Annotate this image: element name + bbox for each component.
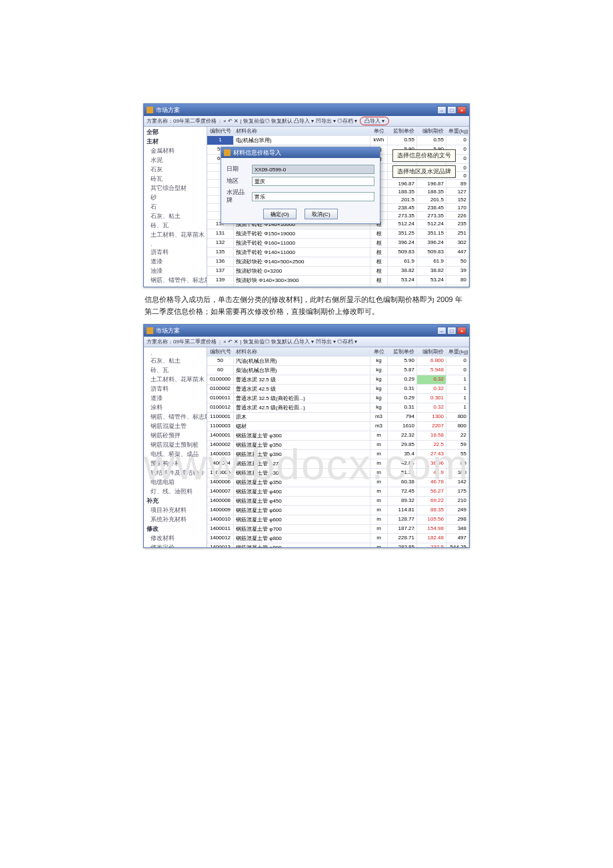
sidebar-item[interactable]: 砖瓦 xyxy=(144,175,207,184)
sidebar-item[interactable]: 道漆 xyxy=(144,394,207,403)
cell-price2[interactable]: 201.5 xyxy=(417,196,446,203)
sidebar-item[interactable]: 沥青料 xyxy=(144,248,207,257)
sidebar-item[interactable]: 石灰 xyxy=(144,165,207,175)
sidebar-item[interactable]: 水泥 xyxy=(144,156,207,165)
sidebar-item[interactable]: 电缆电箱 xyxy=(144,478,207,487)
sidebar-item[interactable]: 砖、瓦 xyxy=(144,221,207,231)
cancel-button[interactable]: 取消(C) xyxy=(305,209,338,219)
col-name[interactable]: 材料名称 xyxy=(234,127,370,135)
table-row[interactable]: 1400006 钢筋混凝土管 φ350m60.3846.78142 xyxy=(207,478,469,487)
table-row[interactable]: 135 预浇干砖砼 Φ140×11000根509.83509.83447 xyxy=(207,248,469,257)
sidebar-item[interactable]: 钢筋砼预拌 xyxy=(144,431,207,441)
close-button[interactable]: × xyxy=(457,106,466,114)
sidebar-item[interactable]: 补充 xyxy=(144,497,207,506)
table-row[interactable]: 0100011 普通水泥 32.5 级(商砼砼面...)kg0.290.3011 xyxy=(207,394,469,403)
sidebar-item[interactable]: 钢筋混凝土管 xyxy=(144,422,207,431)
cell-price2[interactable]: 18.58 xyxy=(417,431,446,440)
cell-price2[interactable]: 509.83 xyxy=(417,248,446,257)
sidebar-item[interactable]: 石灰、粘土 xyxy=(144,357,207,366)
sidebar-item[interactable]: 修改材料 xyxy=(144,534,207,543)
category-sidebar[interactable]: .石灰、粘土砖、瓦土工材料、花草苗木沥青料道漆涂料钢筋、锚管件、标志牌钢筋混凝土… xyxy=(144,347,207,547)
sidebar-item[interactable]: 预制构件构 xyxy=(144,459,207,469)
col-code[interactable]: 编制代号 xyxy=(207,347,234,356)
sidebar-item[interactable]: 钢结构件及预结构件 xyxy=(144,469,207,478)
cell-price2[interactable]: 238.45 xyxy=(417,204,446,211)
col-weight[interactable]: 单重(kg) xyxy=(446,127,469,135)
table-row[interactable]: 137 预浇砂块砼 0×3200根38.8238.8239 xyxy=(207,267,469,276)
cell-price2[interactable]: 46.78 xyxy=(417,478,446,487)
col-price2[interactable]: 编制期价 xyxy=(417,347,446,356)
sidebar-item[interactable]: 金属材料 xyxy=(144,147,207,156)
sidebar-item[interactable]: 其它综合型材 xyxy=(144,184,207,193)
col-price2[interactable]: 编制期价 xyxy=(417,127,446,135)
table-row[interactable]: 1400004 钢筋混凝土管 φ270m42.8436.9685 xyxy=(207,459,469,469)
col-price1[interactable]: 监制单价 xyxy=(388,347,417,356)
cell-price2[interactable]: 154.98 xyxy=(417,525,446,533)
table-row[interactable]: 1400001 钢筋混凝土管 φ300m22.3218.5822 xyxy=(207,431,469,441)
dialog-titlebar[interactable]: 材料信息价格导入 xyxy=(221,147,380,158)
cell-price2[interactable]: 88.35 xyxy=(417,506,446,515)
table-row[interactable]: 139 预浇砂块 Φ140×300×3900根53.2453.2480 xyxy=(207,276,469,285)
cell-price2[interactable]: 182.48 xyxy=(417,534,446,543)
sidebar-item[interactable]: 项目补充材料 xyxy=(144,506,207,515)
cell-price2[interactable]: 6.800 xyxy=(417,357,446,365)
col-unit[interactable]: 单位 xyxy=(370,127,388,135)
toolbar-buttons[interactable]: × ↶ ✕ | 恢复前值◎ 恢复默认 凸导入 ▾ 凹导出 ▾ ◎存档 ▾ xyxy=(223,117,357,125)
sidebar-item[interactable]: 钢筋、锚管件、标志牌 xyxy=(144,413,207,422)
cell-price2[interactable]: 196.87 xyxy=(417,180,446,187)
cell-price2[interactable]: 41.9 xyxy=(417,469,446,477)
cell-price2[interactable]: 273.35 xyxy=(417,212,446,219)
minimize-button[interactable]: – xyxy=(437,327,446,335)
sidebar-item[interactable]: 灯、线、油照料 xyxy=(144,487,207,497)
sidebar-item[interactable]: 石灰、粘土 xyxy=(144,212,207,221)
cell-price2[interactable]: 53.24 xyxy=(417,276,446,285)
sidebar-item[interactable]: 电线、桥架、成品 xyxy=(144,450,207,459)
col-unit[interactable]: 单位 xyxy=(370,347,388,356)
table-row[interactable]: 131 预浇干砖砼 Φ150×19000根351.25351.15251 xyxy=(207,229,469,239)
sidebar-item[interactable]: 系统补充材料 xyxy=(144,515,207,525)
col-code[interactable]: 编制代号 xyxy=(207,127,234,135)
cell-price2[interactable]: 5.948 xyxy=(417,366,446,375)
cell-price2[interactable]: 69.22 xyxy=(417,497,446,505)
sidebar-item[interactable]: 钢筋、锚管件、标志牌 xyxy=(144,276,207,285)
toolbar-buttons[interactable]: × ↶ ✕ | 恢复前值◎ 恢复默认 凸导入 ▾ 凹导出 ▾ ◎存档 ▾ xyxy=(223,338,357,345)
cell-price2[interactable]: 0.301 xyxy=(417,394,446,403)
cell-price2[interactable]: 38.82 xyxy=(417,267,446,275)
sidebar-item[interactable]: 修改定价 xyxy=(144,543,207,547)
sidebar-item[interactable]: 全部 xyxy=(144,128,207,137)
titlebar[interactable]: 市场方案 – □ × xyxy=(144,325,469,337)
brand-field[interactable]: 富乐 xyxy=(252,192,374,201)
cell-price2[interactable]: 101.90 xyxy=(417,285,446,287)
sidebar-item[interactable]: 道漆 xyxy=(144,257,207,267)
sidebar-item[interactable]: 修改 xyxy=(144,525,207,534)
cell-price2[interactable]: 232.5 xyxy=(417,543,446,547)
table-row[interactable]: 1400011 钢筋混凝土管 φ700m187.27154.98348 xyxy=(207,525,469,534)
table-row[interactable]: 1100001 原木m37941300800 xyxy=(207,413,469,422)
sidebar-item[interactable]: 土工材料、花草苗木 xyxy=(144,375,207,385)
table-row[interactable]: 136 预浇砂块砼 Φ140×500×2500根61.961.950 xyxy=(207,257,469,267)
sidebar-item[interactable]: 主材 xyxy=(144,137,207,147)
table-row[interactable]: 1100003 锯材m316102207800 xyxy=(207,422,469,431)
col-price1[interactable]: 监制单价 xyxy=(388,127,417,135)
table-row[interactable]: 1400013 钢筋混凝土管 φ800m282.85232.5544.25 xyxy=(207,543,469,547)
sidebar-item[interactable]: 土工材料、花草苗木 xyxy=(144,231,207,240)
table-row[interactable]: 50 汽油(机械台班用)kg5.906.8000 xyxy=(207,357,469,366)
cell-price2[interactable]: 27.43 xyxy=(417,450,446,459)
ok-button[interactable]: 确定(O) xyxy=(263,209,297,219)
import-dialog[interactable]: 材料信息价格导入 日期 XX09-0599-0 地区 重庆 水泥品牌 xyxy=(221,147,380,224)
cell-price2[interactable]: 36.96 xyxy=(417,459,446,468)
table-row[interactable]: 1400007 钢筋混凝土管 φ400m72.4556.27175 xyxy=(207,487,469,497)
sidebar-item[interactable]: 涂料 xyxy=(144,403,207,413)
cell-price2[interactable]: 1300 xyxy=(417,413,446,421)
cell-price2[interactable]: 22.5 xyxy=(417,441,446,449)
table-row[interactable]: 0100002 普通水泥 42.5 级kg0.310.321 xyxy=(207,385,469,394)
import-highlight-oval[interactable]: 凸导入 ▾ xyxy=(360,117,389,125)
cell-price2[interactable]: 396.24 xyxy=(417,239,446,247)
cell-price2[interactable]: 105.56 xyxy=(417,515,446,524)
table-row[interactable]: 0100012 普通水泥 42.5 级(商砼砼面...)kg0.310.321 xyxy=(207,403,469,413)
cell-price2[interactable]: 188.35 xyxy=(417,188,446,195)
sidebar-item[interactable]: . xyxy=(144,349,207,357)
titlebar[interactable]: 市场方案 – □ × xyxy=(144,104,469,116)
sidebar-item[interactable]: 油漆 xyxy=(144,267,207,276)
date-field[interactable]: XX09-0599-0 xyxy=(252,165,374,174)
